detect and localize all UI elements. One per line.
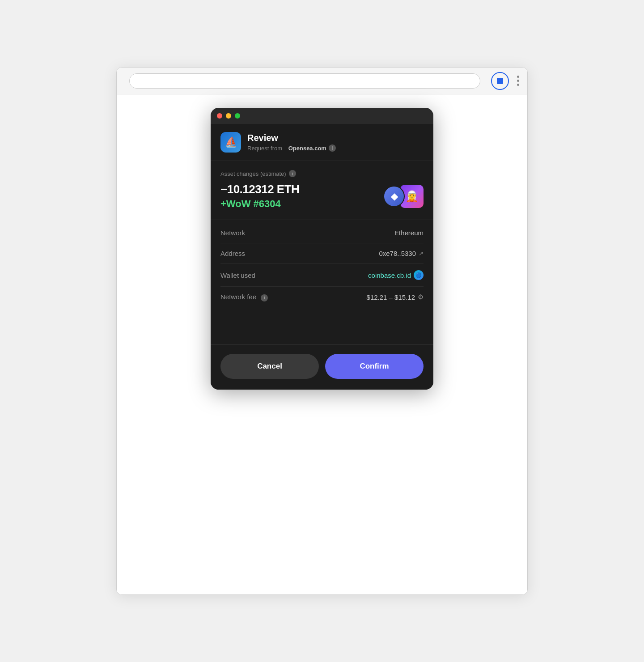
wallet-popup: ⛵ Review Request from Opensea.com i Asse… xyxy=(211,108,433,390)
asset-changes-label: Asset changes (estimate) i xyxy=(220,170,424,177)
external-link-icon[interactable]: ↗ xyxy=(419,250,424,257)
network-label: Network xyxy=(220,229,245,237)
eth-change: −10.12312 ETH xyxy=(220,182,299,196)
asset-row: −10.12312 ETH +WoW #6304 ◆ 🧝 xyxy=(220,182,424,210)
popup-title: Review xyxy=(247,133,336,143)
info-icon[interactable]: i xyxy=(329,144,336,152)
asset-icons: ◆ 🧝 xyxy=(383,185,424,208)
fee-gear-icon[interactable]: ⚙ xyxy=(418,293,424,301)
window-controls xyxy=(211,108,433,124)
network-row: Network Ethereum xyxy=(220,223,424,243)
fee-info-icon[interactable]: i xyxy=(261,294,268,301)
opensea-logo: ⛵ xyxy=(225,136,237,148)
fee-value: $12.21 – $15.12 ⚙ xyxy=(367,293,424,301)
wallet-label: Wallet used xyxy=(220,272,255,279)
address-row: Address 0xe78..5330 ↗ xyxy=(220,243,424,264)
asset-changes-section: Asset changes (estimate) i −10.12312 ETH… xyxy=(211,161,433,220)
close-button[interactable] xyxy=(217,113,222,119)
fee-label: Network fee i xyxy=(220,293,268,301)
browser-menu xyxy=(517,76,519,86)
wallet-row: Wallet used coinbase.cb.id 🔵 xyxy=(220,264,424,287)
wallet-value: coinbase.cb.id 🔵 xyxy=(368,270,424,280)
source-domain: Opensea.com xyxy=(288,145,326,152)
maximize-button[interactable] xyxy=(235,113,240,119)
address-bar[interactable] xyxy=(129,73,480,89)
asset-info-icon[interactable]: i xyxy=(289,170,296,177)
browser-toolbar xyxy=(117,68,527,94)
address-label: Address xyxy=(220,250,245,257)
network-value: Ethereum xyxy=(394,229,424,237)
popup-subtitle: Request from Opensea.com i xyxy=(247,144,336,152)
dot-3 xyxy=(517,84,519,86)
popup-footer: Cancel Confirm xyxy=(211,344,433,390)
confirm-button[interactable]: Confirm xyxy=(325,354,424,379)
nft-change: +WoW #6304 xyxy=(220,198,299,210)
wallet-avatar: 🔵 xyxy=(414,270,424,280)
minimize-button[interactable] xyxy=(226,113,231,119)
header-text: Review Request from Opensea.com i xyxy=(247,133,336,152)
details-section: Network Ethereum Address 0xe78..5330 ↗ W… xyxy=(211,220,433,318)
nft-figure: 🧝 xyxy=(405,190,419,203)
dot-1 xyxy=(517,76,519,78)
cancel-button[interactable]: Cancel xyxy=(220,354,319,379)
record-button[interactable] xyxy=(491,72,509,90)
fee-row: Network fee i $12.21 – $15.12 ⚙ xyxy=(220,287,424,308)
browser-content: ⛵ Review Request from Opensea.com i Asse… xyxy=(117,94,527,594)
asset-amounts: −10.12312 ETH +WoW #6304 xyxy=(220,182,299,210)
eth-icon: ◆ xyxy=(383,186,405,207)
address-value: 0xe78..5330 ↗ xyxy=(379,250,424,257)
stop-icon xyxy=(497,78,503,84)
subtitle-prefix: Request from xyxy=(247,145,282,152)
dot-2 xyxy=(517,80,519,82)
browser-window: ⛵ Review Request from Opensea.com i Asse… xyxy=(116,67,528,595)
app-icon: ⛵ xyxy=(220,132,241,153)
popup-header: ⛵ Review Request from Opensea.com i xyxy=(211,124,433,161)
eth-symbol: ◆ xyxy=(391,191,398,202)
popup-spacer xyxy=(211,318,433,344)
